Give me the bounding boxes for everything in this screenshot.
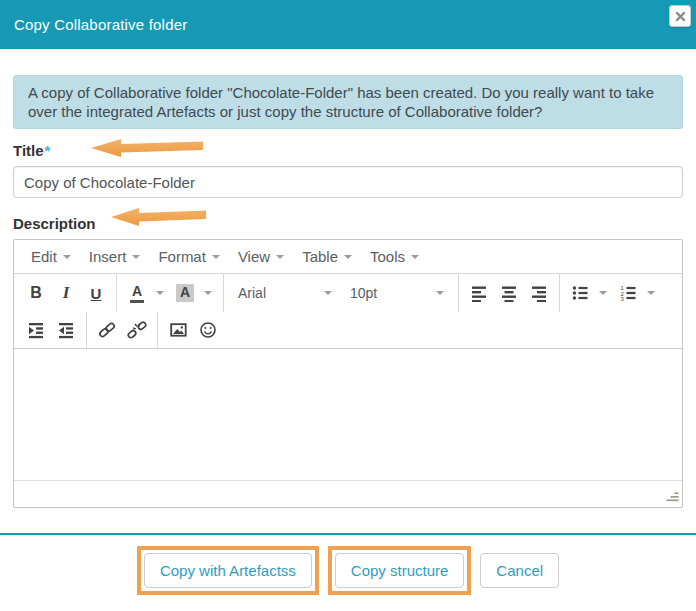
text-color-caret[interactable] (152, 279, 167, 307)
text-color-icon: A (129, 283, 145, 298)
emoticon-button[interactable] (194, 316, 222, 344)
chevron-down-icon (599, 291, 607, 295)
annotation-box-copy-structure: Copy structure (328, 546, 472, 595)
numbered-list-icon: 1 2 3 (619, 284, 637, 302)
menu-view-label: View (238, 248, 270, 265)
align-center-button[interactable] (495, 279, 523, 307)
resize-handle[interactable] (665, 490, 679, 504)
dialog-header: Copy Collaborative folder (0, 0, 696, 49)
image-button[interactable] (164, 316, 192, 344)
font-family-value: Arial (238, 285, 266, 301)
outdent-icon (57, 321, 75, 339)
editor-statusbar (14, 480, 682, 507)
chevron-down-icon (212, 255, 220, 259)
alignment-group (458, 274, 559, 312)
image-icon (169, 321, 188, 339)
copy-collaborative-folder-dialog: Copy Collaborative folder A copy of Coll… (0, 0, 696, 611)
numbered-list-button[interactable]: 1 2 3 (614, 279, 642, 307)
description-label: Description (13, 215, 683, 232)
chevron-down-icon (324, 291, 332, 295)
chevron-down-icon (156, 291, 164, 295)
outdent-button[interactable] (52, 316, 80, 344)
numbered-list-caret[interactable] (643, 279, 658, 307)
bold-button[interactable]: B (22, 279, 50, 307)
cancel-button[interactable]: Cancel (480, 553, 559, 588)
title-input[interactable] (13, 166, 683, 198)
background-color-button[interactable]: A (171, 279, 199, 307)
dialog-body: A copy of Collaborative folder "Chocolat… (0, 49, 696, 533)
link-button[interactable] (93, 316, 121, 344)
unlink-icon (126, 321, 148, 339)
editor-content-area[interactable] (14, 349, 682, 480)
chevron-down-icon (647, 291, 655, 295)
background-color-icon: A (176, 284, 194, 302)
align-left-button[interactable] (465, 279, 493, 307)
bullet-list-caret[interactable] (595, 279, 610, 307)
font-size-value: 10pt (350, 285, 377, 301)
annotation-box-copy-with-artefacts: Copy with Artefactss (137, 546, 319, 595)
background-color-caret[interactable] (200, 279, 215, 307)
align-center-icon (500, 284, 518, 302)
editor-toolbar-row1: B I U A A Arial (14, 274, 682, 312)
unlink-button[interactable] (123, 316, 151, 344)
chevron-down-icon (63, 255, 71, 259)
menu-tools[interactable]: Tools (361, 243, 428, 271)
menu-edit-label: Edit (31, 248, 57, 265)
description-editor: Edit Insert Format View Table Tools B I … (13, 239, 683, 508)
dialog-footer: Copy with Artefactss Copy structure Canc… (0, 535, 696, 595)
link-group (86, 312, 157, 348)
indent-group (16, 312, 86, 348)
menu-insert-label: Insert (89, 248, 127, 265)
editor-toolbar-row2 (14, 312, 682, 349)
menu-tools-label: Tools (370, 248, 405, 265)
text-style-group: B I U (16, 274, 116, 312)
close-button[interactable] (669, 5, 691, 27)
indent-icon (27, 321, 45, 339)
chevron-down-icon (411, 255, 419, 259)
dialog-title: Copy Collaborative folder (14, 16, 187, 33)
align-left-icon (470, 284, 488, 302)
text-color-button[interactable]: A (123, 279, 151, 307)
media-group (157, 312, 228, 348)
list-group: 1 2 3 (559, 274, 666, 312)
menu-view[interactable]: View (229, 243, 293, 271)
close-icon (675, 11, 686, 22)
link-icon (97, 321, 117, 339)
bullet-list-icon (571, 284, 589, 302)
align-right-button[interactable] (525, 279, 553, 307)
title-label: Title* (13, 142, 683, 159)
chevron-down-icon (344, 255, 352, 259)
italic-button[interactable]: I (52, 279, 80, 307)
svg-text:3: 3 (621, 296, 625, 302)
menu-format[interactable]: Format (149, 243, 229, 271)
info-alert: A copy of Collaborative folder "Chocolat… (13, 75, 683, 129)
chevron-down-icon (276, 255, 284, 259)
chevron-down-icon (132, 255, 140, 259)
title-label-text: Title (13, 142, 44, 159)
required-marker: * (45, 142, 51, 159)
menu-edit[interactable]: Edit (22, 243, 80, 271)
text-color-swatch (130, 300, 144, 303)
color-group: A A (116, 274, 223, 312)
underline-button[interactable]: U (82, 279, 110, 307)
emoticon-icon (199, 321, 217, 339)
copy-structure-button[interactable]: Copy structure (335, 553, 465, 588)
menu-table-label: Table (302, 248, 338, 265)
copy-with-artefacts-button[interactable]: Copy with Artefactss (144, 553, 312, 588)
menu-format-label: Format (158, 248, 206, 265)
menu-table[interactable]: Table (293, 243, 361, 271)
menu-insert[interactable]: Insert (80, 243, 150, 271)
chevron-down-icon (436, 291, 444, 295)
align-right-icon (530, 284, 548, 302)
chevron-down-icon (204, 291, 212, 295)
font-group: Arial 10pt (223, 274, 458, 312)
bullet-list-button[interactable] (566, 279, 594, 307)
font-family-select[interactable]: Arial (231, 279, 339, 307)
font-size-select[interactable]: 10pt (343, 279, 451, 307)
editor-menubar: Edit Insert Format View Table Tools (14, 240, 682, 274)
indent-button[interactable] (22, 316, 50, 344)
